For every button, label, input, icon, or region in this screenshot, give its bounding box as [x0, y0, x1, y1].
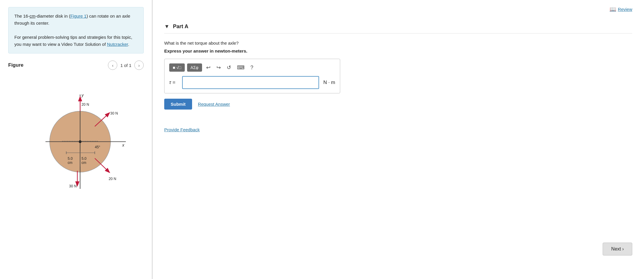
svg-text:5.0: 5.0	[82, 157, 87, 161]
unit-label: N · m	[323, 80, 335, 85]
svg-text:20 N: 20 N	[109, 177, 116, 181]
svg-text:30 N: 30 N	[110, 111, 118, 115]
refresh-button[interactable]: ↺	[225, 63, 233, 72]
problem-description: The 16-cm-diameter disk in (Figure 1) ca…	[14, 13, 138, 27]
right-panel: 📖 Review ▼ Part A What is the net torque…	[152, 0, 644, 279]
express-instruction: Express your answer in newton-meters.	[164, 48, 632, 53]
math-input-box: ■ √□ ΑΣφ ↩ ↪ ↺ ⌨	[164, 59, 340, 93]
svg-text:cm: cm	[68, 161, 72, 165]
svg-text:x: x	[122, 143, 125, 147]
refresh-icon: ↺	[227, 65, 231, 70]
undo-button[interactable]: ↩	[204, 63, 212, 72]
svg-text:y: y	[81, 93, 84, 98]
math-sqrt-label: √□	[176, 65, 181, 70]
svg-text:20 N: 20 N	[82, 102, 89, 107]
feedback-link[interactable]: Provide Feedback	[164, 127, 200, 132]
greek-label: ΑΣφ	[191, 65, 199, 70]
math-square-icon: ■	[173, 65, 175, 70]
question-text: What is the net torque about the axle?	[164, 41, 632, 46]
part-collapse-arrow[interactable]: ▼	[164, 23, 170, 30]
help-button[interactable]: ?	[249, 63, 255, 72]
math-input-row: τ = N · m	[169, 76, 335, 89]
math-functions-button[interactable]: ■ √□	[169, 63, 185, 72]
svg-text:5.0: 5.0	[68, 157, 73, 161]
nutcracker-link[interactable]: Nutcracker	[107, 42, 128, 47]
redo-icon: ↪	[216, 65, 221, 70]
review-icon: 📖	[610, 6, 616, 12]
request-answer-button[interactable]: Request Answer	[198, 102, 230, 107]
greek-symbols-button[interactable]: ΑΣφ	[187, 63, 202, 72]
keyboard-icon: ⌨	[237, 65, 245, 70]
keyboard-button[interactable]: ⌨	[235, 63, 246, 72]
figure-count: 1 of 1	[120, 63, 131, 68]
next-button[interactable]: Next ›	[603, 243, 632, 256]
figure-nav: ‹ 1 of 1 ›	[108, 60, 144, 70]
part-header: ▼ Part A	[164, 23, 632, 33]
redo-button[interactable]: ↪	[215, 63, 223, 72]
svg-text:cm: cm	[82, 161, 86, 165]
problem-tip: For general problem-solving tips and str…	[14, 34, 138, 48]
svg-text:30 N: 30 N	[69, 184, 77, 188]
left-panel: The 16-cm-diameter disk in (Figure 1) ca…	[0, 0, 152, 279]
svg-text:45°: 45°	[95, 145, 100, 149]
figure1-link[interactable]: Figure 1	[70, 14, 87, 19]
figure-header: Figure ‹ 1 of 1 ›	[8, 60, 144, 70]
help-icon: ?	[250, 65, 253, 70]
undo-icon: ↩	[206, 65, 211, 70]
answer-input[interactable]	[182, 76, 319, 89]
figure-next-button[interactable]: ›	[134, 60, 144, 70]
svg-point-3	[79, 140, 81, 143]
review-link[interactable]: 📖 Review	[610, 6, 632, 12]
figure-diagram: y x 5.0 cm 5.0 cm 45°	[8, 75, 144, 189]
problem-text-box: The 16-cm-diameter disk in (Figure 1) ca…	[8, 7, 144, 53]
physics-diagram: y x 5.0 cm 5.0 cm 45°	[26, 78, 126, 189]
tau-label: τ =	[169, 80, 178, 85]
figure-title: Figure	[8, 62, 108, 68]
bottom-row: Provide Feedback	[164, 127, 632, 132]
review-label: Review	[618, 7, 632, 12]
part-label: Part A	[173, 23, 188, 30]
math-toolbar: ■ √□ ΑΣφ ↩ ↪ ↺ ⌨	[169, 63, 335, 72]
action-row: Submit Request Answer	[164, 99, 632, 110]
submit-button[interactable]: Submit	[164, 99, 192, 110]
figure-prev-button[interactable]: ‹	[108, 60, 117, 70]
part-section: ▼ Part A What is the net torque about th…	[164, 23, 632, 110]
